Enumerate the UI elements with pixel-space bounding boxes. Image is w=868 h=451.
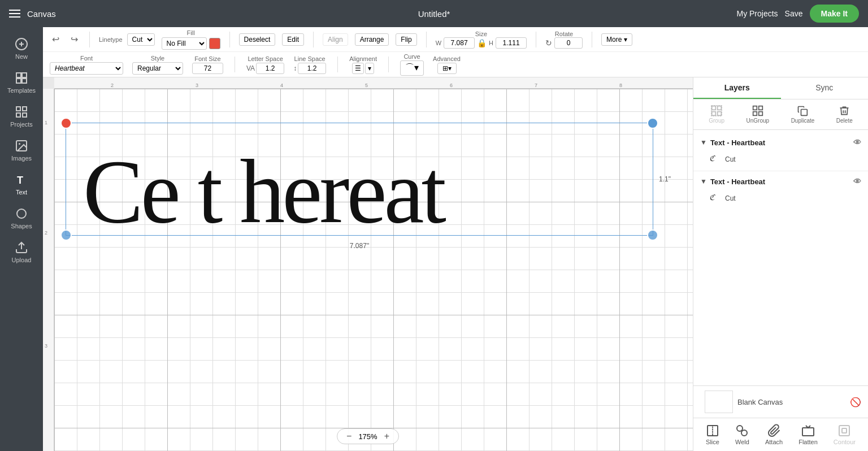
- handle-bottom-right[interactable]: [647, 229, 658, 241]
- ungroup-button[interactable]: UnGroup: [743, 103, 773, 126]
- handle-bottom-left[interactable]: [60, 229, 72, 241]
- font-label: Font: [80, 55, 93, 62]
- arrange-button[interactable]: Arrange: [355, 33, 389, 46]
- sidebar-item-new[interactable]: New: [0, 32, 43, 66]
- svg-rect-7: [16, 107, 20, 111]
- sidebar-item-shapes[interactable]: Shapes: [0, 201, 43, 235]
- sidebar-item-images[interactable]: Images: [0, 133, 43, 167]
- contour-button: Contour: [829, 422, 860, 448]
- layer-group-2-header[interactable]: ▼ Text - Heartbeat 👁: [693, 174, 868, 189]
- layer-group-1-name: Text - Heartbeat: [710, 138, 849, 147]
- sidebar-item-templates[interactable]: Templates: [0, 66, 43, 99]
- visibility-eye-icon-1[interactable]: 👁: [853, 138, 861, 147]
- align-left-button[interactable]: ☰: [352, 63, 364, 74]
- letter-space-label: Letter Space: [248, 55, 283, 62]
- sidebar-item-text[interactable]: T Text: [0, 167, 43, 201]
- svg-rect-27: [801, 110, 808, 116]
- zoom-out-button[interactable]: −: [344, 431, 354, 441]
- size-h-input[interactable]: [496, 37, 527, 49]
- linetype-label: Linetype: [99, 36, 123, 43]
- style-select[interactable]: Regular: [132, 62, 183, 75]
- save-button[interactable]: Save: [785, 9, 803, 18]
- attach-label: Attach: [765, 439, 783, 445]
- bottom-bar: Slice Weld Attach Flatten: [693, 418, 868, 451]
- font-size-input[interactable]: [192, 63, 223, 74]
- more-button[interactable]: More ▾: [601, 33, 632, 46]
- slice-button[interactable]: Slice: [701, 422, 724, 448]
- sidebar-item-upload[interactable]: Upload: [0, 235, 43, 269]
- zoom-in-button[interactable]: +: [382, 431, 392, 441]
- undo-button[interactable]: ↩: [50, 33, 62, 46]
- curve-button[interactable]: ⌒▾: [400, 60, 424, 76]
- tab-layers[interactable]: Layers: [693, 77, 781, 99]
- svg-rect-20: [712, 112, 716, 116]
- svg-point-12: [19, 143, 20, 145]
- layers-panel: ▼ Text - Heartbeat 👁 ℭ Cut: [693, 130, 868, 385]
- toolbar-container: ↩ ↪ Linetype Cut Fill No Fill: [43, 27, 868, 77]
- cut-icon-1: ℭ: [709, 154, 721, 165]
- hamburger-menu[interactable]: [9, 10, 20, 18]
- advanced-label: Advanced: [433, 55, 461, 62]
- text-element[interactable]: Ce t hereat 7.087" 1.1": [66, 123, 653, 236]
- sidebar-shapes-label: Shapes: [11, 223, 32, 229]
- letter-space-input[interactable]: [256, 63, 284, 74]
- ungroup-label: UnGroup: [747, 118, 770, 124]
- rotate-input[interactable]: [554, 37, 583, 49]
- size-label: Size: [475, 31, 487, 37]
- align-dropdown-button[interactable]: ▾: [365, 63, 374, 74]
- canvas-preview-eye-icon[interactable]: 🚫: [850, 397, 861, 407]
- advanced-button[interactable]: ⊞▾: [437, 63, 457, 74]
- sidebar-text-label: Text: [16, 189, 27, 196]
- weld-button[interactable]: Weld: [731, 422, 754, 448]
- group-button: Group: [705, 103, 728, 126]
- my-projects-button[interactable]: My Projects: [736, 9, 778, 18]
- svg-rect-25: [753, 112, 757, 116]
- delete-button[interactable]: Delete: [833, 103, 856, 126]
- toolbar-row2: Font Heartbeat Style Regular Font Size: [43, 52, 868, 77]
- make-it-button[interactable]: Make It: [810, 5, 859, 23]
- chevron-down-icon-2: ▼: [700, 177, 707, 185]
- svg-rect-10: [23, 113, 27, 117]
- flatten-button[interactable]: Flatten: [794, 422, 822, 448]
- rotate-label: Rotate: [555, 31, 573, 37]
- duplicate-button[interactable]: Duplicate: [788, 103, 818, 126]
- sidebar-new-label: New: [15, 53, 28, 60]
- linetype-select[interactable]: Cut: [127, 33, 155, 46]
- top-bar: Canvas Untitled* My Projects Save Make I…: [0, 0, 868, 27]
- alignment-label: Alignment: [349, 55, 377, 62]
- align-button[interactable]: Align: [323, 33, 348, 46]
- flatten-label: Flatten: [798, 439, 818, 445]
- width-dimension-label: 7.087": [350, 242, 369, 250]
- tab-sync[interactable]: Sync: [781, 77, 869, 99]
- attach-button[interactable]: Attach: [761, 422, 787, 448]
- svg-rect-22: [711, 106, 722, 116]
- fill-color-swatch[interactable]: [209, 38, 220, 49]
- fill-select[interactable]: No Fill: [162, 37, 207, 50]
- layer-group-1-header[interactable]: ▼ Text - Heartbeat 👁: [693, 135, 868, 150]
- svg-text:T: T: [17, 175, 23, 186]
- font-select[interactable]: Heartbeat: [50, 62, 123, 75]
- line-space-input[interactable]: [298, 63, 326, 74]
- handle-top-left[interactable]: [60, 118, 72, 129]
- size-w-input[interactable]: [444, 37, 475, 49]
- deselect-button[interactable]: Deselect: [239, 33, 276, 46]
- flip-button[interactable]: Flip: [396, 33, 416, 46]
- svg-rect-34: [842, 428, 847, 433]
- handle-top-right[interactable]: [647, 118, 658, 129]
- size-w-label: W: [436, 40, 441, 46]
- toolbar-row1: ↩ ↪ Linetype Cut Fill No Fill: [43, 27, 868, 52]
- visibility-eye-icon-2[interactable]: 👁: [853, 177, 861, 186]
- redo-button[interactable]: ↪: [68, 33, 80, 46]
- fill-label: Fill: [187, 29, 195, 36]
- svg-rect-24: [758, 106, 762, 110]
- svg-rect-33: [839, 426, 849, 436]
- svg-rect-3: [16, 73, 21, 77]
- svg-rect-4: [22, 73, 27, 77]
- text-svg: Ce t hereat: [77, 129, 665, 239]
- sidebar-item-projects[interactable]: Projects: [0, 99, 43, 133]
- layer-item-2-1[interactable]: ℭ Cut: [693, 189, 868, 207]
- chevron-down-icon: ▼: [700, 138, 707, 146]
- layer-item-1-1[interactable]: ℭ Cut: [693, 150, 868, 168]
- edit-button[interactable]: Edit: [282, 33, 304, 46]
- right-panel-tabs: Layers Sync: [693, 77, 868, 99]
